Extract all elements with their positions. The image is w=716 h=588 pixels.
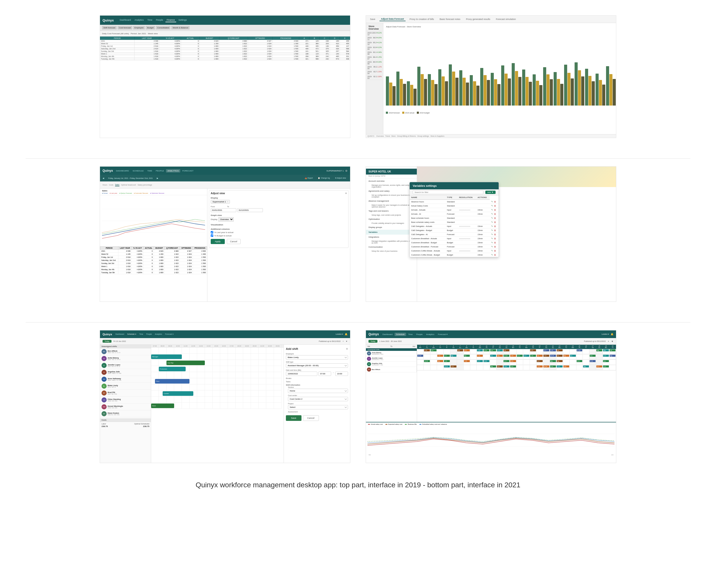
ss3-tab-costs[interactable]: Costs xyxy=(109,184,114,186)
av-cancel-button[interactable]: Cancel xyxy=(227,239,241,244)
vo-delete-icon[interactable]: 🗑 xyxy=(494,237,496,240)
ss5-emp-row-0[interactable]: BA Ben Affleck 20/H / 00 / 0 / 0 / 0 xyxy=(100,348,151,355)
av-remove-icon[interactable]: × xyxy=(227,201,228,203)
ss6-chip-1-6[interactable]: Mgr xyxy=(451,355,456,357)
vo-delete-icon[interactable]: 🗑 xyxy=(494,209,496,211)
vo-edit-icon[interactable]: ✎ xyxy=(491,237,493,240)
ss6-cal-cell-1-25[interactable] xyxy=(576,354,583,360)
ss6-chip-0-11[interactable]: 8-16 xyxy=(484,349,489,351)
vo-edit-icon[interactable]: ✎ xyxy=(491,209,493,211)
ss6-cal-cell-0-21[interactable]: 7-15 xyxy=(550,349,556,354)
ss6-cal-cell-0-26[interactable] xyxy=(583,349,589,354)
asp-shift-type-select[interactable]: Assistant Manager (00:00 - 00:00) xyxy=(286,363,348,368)
ss5-nav-analytics[interactable]: Analytics xyxy=(154,333,163,336)
ss6-cal-cell-3-11[interactable] xyxy=(483,365,490,370)
btn-shift-forecast[interactable]: Shift forecast xyxy=(102,26,117,29)
ss6-chip-2-22[interactable]: Mgr xyxy=(557,360,562,362)
ss6-cal-cell-2-9[interactable] xyxy=(470,360,477,365)
ss6-cal-cell-2-17[interactable] xyxy=(523,360,530,365)
ss6-cal-cell-0-13[interactable]: 9-17 xyxy=(497,349,503,354)
ss6-cal-cell-1-15[interactable]: 7-15 xyxy=(510,354,516,360)
ss6-cal-cell-0-3[interactable]: Eve xyxy=(430,349,437,354)
ss6-cal-cell-1-7[interactable] xyxy=(457,354,464,360)
ss6-cal-cell-2-25[interactable]: 8-16 xyxy=(576,360,583,365)
ss6-cal-cell-2-13[interactable] xyxy=(497,360,503,365)
ss6-chip-1-4[interactable]: 7-15 xyxy=(437,355,443,357)
asp-section-select[interactable]: Home xyxy=(288,389,348,393)
ss6-chip-2-29[interactable]: Eve xyxy=(603,360,609,362)
ss6-cal-cell-0-25[interactable]: 10-18 xyxy=(576,349,583,354)
vo-actions-13[interactable]: ✎🗑 xyxy=(490,253,499,257)
vo-edit-icon[interactable]: ✎ xyxy=(491,225,493,227)
ss6-cal-cell-2-21[interactable]: Mgr xyxy=(550,360,556,365)
ss3-nav-dashboard[interactable]: DASHBOARD xyxy=(115,169,131,172)
ss6-chip-0-28[interactable]: Mgr xyxy=(596,349,602,351)
ss6-chip-0-20[interactable]: 9-17 xyxy=(544,349,549,351)
ss6-cal-cell-3-7[interactable] xyxy=(457,365,464,370)
av-budget-checkbox[interactable] xyxy=(211,234,213,237)
ss6-cal-cell-1-11[interactable] xyxy=(483,354,490,360)
ss6-add-btn[interactable]: + xyxy=(608,340,609,343)
ss6-cal-cell-3-20[interactable]: 10-18 xyxy=(543,365,550,370)
ss6-chip-1-10[interactable]: 8-16 xyxy=(477,355,483,357)
ss6-cal-cell-0-6[interactable] xyxy=(450,349,457,354)
ss3-nav-people[interactable]: PEOPLE xyxy=(154,169,165,172)
ss6-chip-1-1[interactable]: 10-18 xyxy=(417,355,423,357)
ss6-chip-2-5[interactable]: 7-15 xyxy=(444,360,450,362)
ss6-cal-cell-2-19[interactable]: 9-17 xyxy=(536,360,543,365)
ss6-cal-cell-3-28[interactable]: 9-17 xyxy=(596,365,603,370)
adjust-view-close[interactable]: × xyxy=(345,192,347,195)
ss6-cal-cell-2-6[interactable] xyxy=(450,360,457,365)
ss5-emp-row-3[interactable]: AJ Angelina Jolie 20/H / 0001 / 0 / 0% xyxy=(100,369,151,376)
ss6-chip-2-21[interactable]: Mgr xyxy=(550,360,556,362)
av-supermarket-field[interactable]: Supermarket 1 × xyxy=(211,200,230,204)
ss6-cal-cell-2-3[interactable] xyxy=(430,360,437,365)
ss6-cal-cell-0-8[interactable]: 9-17 xyxy=(464,349,470,354)
ss6-chip-3-19[interactable]: 7-15 xyxy=(537,365,543,368)
ss6-cal-cell-3-21[interactable]: 8-16 xyxy=(550,365,556,370)
ss6-chip-3-28[interactable]: 9-17 xyxy=(596,365,602,368)
ss6-cal-cell-2-10[interactable]: 9-17 xyxy=(477,360,483,365)
ss6-cal-cell-3-9[interactable] xyxy=(470,365,477,370)
vo-delete-icon[interactable]: 🗑 xyxy=(494,213,496,215)
vo-edit-icon[interactable]: ✎ xyxy=(491,213,493,215)
asp-start-time[interactable]: 07:00 xyxy=(319,372,331,376)
ss6-cal-cell-3-26[interactable]: Mgr xyxy=(583,365,589,370)
ss6-cal-cell-1-6[interactable]: Mgr xyxy=(450,354,457,360)
ss6-cal-cell-0-4[interactable] xyxy=(437,349,444,354)
ss6-chip-3-21[interactable]: 8-16 xyxy=(550,365,556,368)
ss5-shift-9[interactable]: Store xyxy=(151,403,174,408)
av-display-select[interactable]: Overview xyxy=(218,217,234,222)
ss6-chip-0-29[interactable]: Mgr xyxy=(603,349,609,351)
vo-edit-icon[interactable]: ✎ xyxy=(491,233,493,236)
ss3-store-name[interactable]: SUPERMARKET 1 xyxy=(327,170,344,172)
ss6-today-btn[interactable]: Today xyxy=(368,340,377,343)
vo-edit-icon[interactable]: ✎ xyxy=(491,221,493,223)
ss5-nav-forecast[interactable]: Forecast ▾ xyxy=(164,333,175,336)
ss6-cal-cell-1-16[interactable]: 9-17 xyxy=(516,354,523,360)
vo-actions-2[interactable]: ✎🗑 xyxy=(490,208,499,212)
ss5-emp-row-6[interactable]: BP Brad Pitt Q/H / 00 / 0% xyxy=(100,390,151,397)
vo-actions-8[interactable]: ✎🗑 xyxy=(490,233,499,237)
nav-time[interactable]: Time xyxy=(146,18,154,22)
ss6-chip-2-4[interactable]: Mgr xyxy=(437,360,443,362)
vo-edit-icon[interactable]: ✎ xyxy=(491,246,493,248)
ss6-cal-cell-1-9[interactable] xyxy=(470,354,477,360)
ss6-cal-cell-1-10[interactable]: 8-16 xyxy=(477,354,483,360)
ss6-chip-0-3[interactable]: Eve xyxy=(431,349,436,351)
ss6-chip-1-16[interactable]: 9-17 xyxy=(517,355,523,357)
ss6-cal-cell-1-17[interactable]: 9-17 xyxy=(523,354,530,360)
ss6-cal-cell-0-30[interactable]: Ast xyxy=(609,349,616,354)
ss6-cal-cell-0-29[interactable]: Mgr xyxy=(603,349,609,354)
ss6-cal-cell-0-28[interactable]: Mgr xyxy=(596,349,603,354)
vo-actions-9[interactable]: ✎🗑 xyxy=(490,237,499,241)
ss6-chip-1-22[interactable]: Ast xyxy=(557,355,562,357)
ss6-emp-row-1[interactable]: JL Jennifer Lopez 10/09/2011 / 011 xyxy=(366,356,417,362)
ss6-chip-3-6[interactable]: 7-15 xyxy=(451,365,456,368)
ss6-chip-0-14[interactable]: Ast xyxy=(504,349,509,351)
ss6-cal-cell-1-20[interactable]: 7-15 xyxy=(543,354,550,360)
vo-edit-icon[interactable]: ✎ xyxy=(491,217,493,219)
ss3-date-nav-prev[interactable]: ◀ xyxy=(103,177,104,180)
ss2-tab-proxy[interactable]: Proxy to creation of bills xyxy=(408,17,436,21)
vo-edit-icon[interactable]: ✎ xyxy=(491,250,493,252)
